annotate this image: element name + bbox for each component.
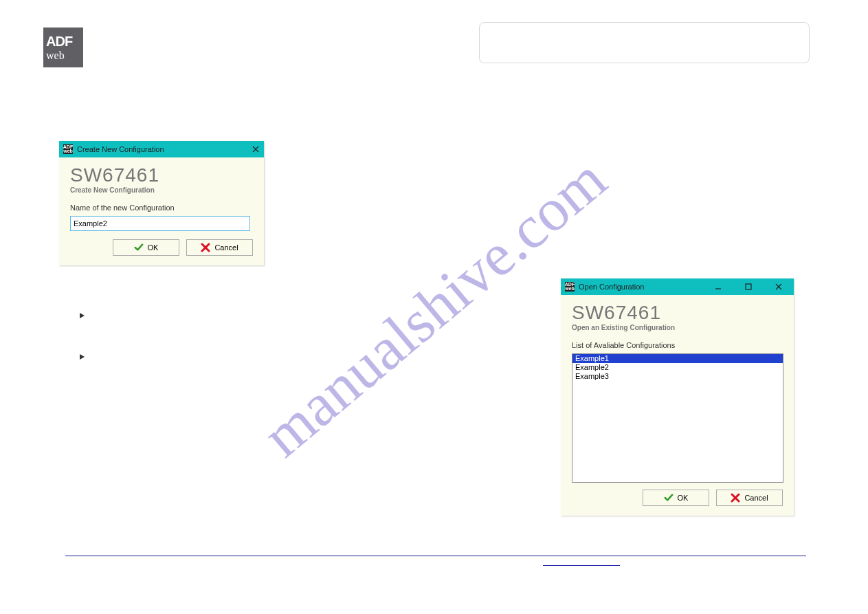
close-icon — [775, 283, 782, 290]
cancel-label: Cancel — [744, 494, 768, 502]
bullet-icon — [78, 353, 85, 360]
minimize-icon — [715, 283, 722, 290]
maximize-icon — [745, 283, 752, 290]
list-item[interactable]: Example3 — [572, 372, 783, 381]
list-item[interactable]: Example1 — [572, 354, 783, 363]
create-config-dialog: ADFweb Create New Configuration SW67461 … — [59, 141, 264, 265]
ok-label: OK — [678, 494, 689, 502]
app-subtitle: Open an Existing Configuration — [572, 324, 783, 331]
app-icon: ADFweb — [565, 282, 575, 292]
check-icon — [134, 243, 144, 252]
app-title: SW67461 — [70, 164, 253, 186]
ok-button[interactable]: OK — [113, 239, 179, 256]
check-icon — [664, 494, 674, 502]
info-box — [479, 22, 810, 63]
open-titlebar: ADFweb Open Configuration — [561, 278, 794, 295]
logo-line1: ADF — [46, 34, 83, 50]
create-titlebar: ADFweb Create New Configuration — [59, 141, 264, 157]
config-name-label: Name of the new Configuration — [70, 204, 253, 212]
svg-rect-0 — [746, 284, 751, 289]
close-icon — [252, 146, 259, 153]
bullet-icon — [78, 312, 85, 319]
app-title: SW67461 — [572, 302, 783, 324]
open-config-dialog: ADFweb Open Configuration SW67461 Open a… — [561, 278, 794, 516]
x-icon — [731, 493, 740, 503]
ok-button[interactable]: OK — [643, 490, 709, 506]
cancel-label: Cancel — [214, 243, 238, 252]
x-icon — [201, 243, 210, 252]
list-label: List of Avaliable Configurations — [572, 341, 783, 349]
config-list[interactable]: Example1 Example2 Example3 — [572, 353, 783, 483]
cancel-button[interactable]: Cancel — [716, 490, 783, 506]
app-subtitle: Create New Configuration — [70, 186, 253, 194]
minimize-button[interactable] — [703, 278, 733, 295]
divider — [65, 556, 806, 556]
adfweb-logo: ADF web — [43, 28, 83, 67]
app-icon: ADFweb — [63, 144, 73, 154]
list-item[interactable]: Example2 — [572, 363, 783, 372]
maximize-button[interactable] — [733, 278, 764, 295]
ok-label: OK — [148, 243, 159, 252]
config-name-input[interactable] — [70, 216, 250, 231]
create-title: Create New Configuration — [77, 145, 164, 153]
logo-line2: web — [46, 50, 83, 62]
close-button[interactable] — [764, 278, 794, 295]
open-title: Open Configuration — [579, 283, 644, 291]
cancel-button[interactable]: Cancel — [186, 239, 253, 256]
close-button[interactable] — [247, 141, 264, 157]
bottom-link-underline — [543, 565, 620, 566]
